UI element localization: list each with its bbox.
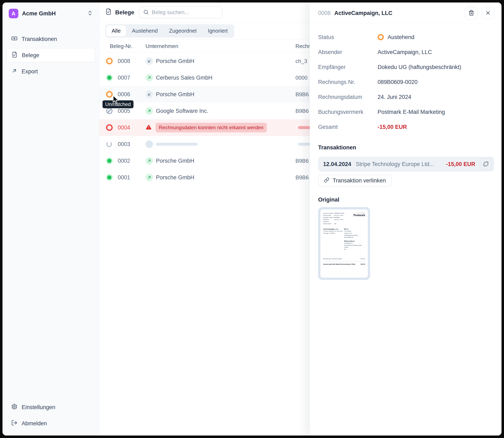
- trash-icon: [469, 10, 474, 16]
- field-label: Empfänger: [318, 64, 378, 70]
- invoice-meta: Invoice number:089B0609-0020 Invoice dat…: [323, 212, 344, 225]
- status-pending-icon: [378, 34, 384, 40]
- document-check-icon: [105, 8, 112, 16]
- status-error-icon[interactable]: [106, 124, 113, 131]
- sidebar: A Acme GmbH Transaktionen Belege: [2, 2, 99, 436]
- mouse-cursor: [111, 95, 120, 106]
- detail-panel-header: 0008 ActiveCampaign, LLC: [310, 2, 502, 24]
- link-icon: [324, 177, 329, 184]
- reference-value: B9B6: [295, 91, 309, 98]
- spinner-icon: [106, 141, 112, 147]
- field-status: Status Austehend: [318, 30, 494, 45]
- arrow-up-right-icon: [11, 68, 17, 76]
- error-message: Rechnungsdaten konnten nicht erkannt wer…: [156, 123, 267, 132]
- workspace-avatar: A: [9, 9, 18, 18]
- field-buchungsvermerk: Buchungsvermerk Postmark E-Mail Marketin…: [318, 105, 494, 120]
- invoice-line-item: Monthly plan (10,000 emails) $15.00: [323, 258, 365, 260]
- outgoing-arrow-icon: [146, 74, 153, 81]
- sidebar-item-transaktionen[interactable]: Transaktionen: [7, 32, 95, 46]
- postmark-logo: ActiveCampaign's Postmark: [353, 212, 365, 225]
- detail-doc-number: 0008: [318, 10, 331, 16]
- sidebar-item-abmelden[interactable]: Abmelden: [7, 416, 95, 430]
- transactions-heading: Transaktionen: [318, 144, 494, 151]
- status-ignored-icon[interactable]: [106, 108, 113, 114]
- workspace-name: Acme GmbH: [22, 11, 83, 17]
- field-label: Buchungsvermerk: [318, 109, 378, 115]
- field-label: Rechnungsdatum: [318, 94, 378, 100]
- field-gesamt: Gesamt -15,00 EUR: [318, 120, 494, 134]
- document-number: 0001: [118, 174, 130, 181]
- search-icon: [143, 9, 149, 16]
- status-text: Austehend: [388, 34, 414, 41]
- tab-alle[interactable]: Alle: [106, 25, 126, 37]
- status-matched-icon[interactable]: [106, 74, 113, 81]
- detail-panel-body: Status Austehend Absender ActiveCampaign…: [310, 24, 502, 280]
- transaction-name: Stripe Technology Europe Ltd...: [356, 161, 441, 167]
- logout-icon: [11, 420, 17, 427]
- link-transaction-button[interactable]: Transaktion verlinken: [318, 175, 392, 186]
- close-icon: [485, 10, 491, 16]
- company-name: Porsche GmbH: [156, 91, 194, 98]
- chevrons-up-down-icon: [87, 10, 93, 17]
- field-value: Dokedu UG (haftungsbeschränkt): [378, 64, 461, 70]
- sidebar-item-belege[interactable]: Belege: [7, 48, 95, 62]
- skeleton-circle: [146, 141, 153, 148]
- tab-austehend[interactable]: Austehend: [126, 25, 163, 37]
- field-label: Rechnungs Nr.: [318, 79, 378, 85]
- app-window: A Acme GmbH Transaktionen Belege: [2, 2, 502, 436]
- tab-ignoriert[interactable]: Ignoriert: [202, 25, 233, 37]
- gear-icon: [11, 404, 17, 411]
- detail-title: ActiveCampaign, LLC: [334, 10, 461, 16]
- invoice-preview: Invoice number:089B0609-0020 Invoice dat…: [320, 209, 368, 278]
- field-value: Austehend: [378, 34, 414, 41]
- invoice-total-line: Amount paid with MasterCard (ending in 9…: [323, 261, 365, 265]
- company-name: Porsche GmbH: [156, 158, 194, 164]
- delete-button[interactable]: [465, 7, 478, 20]
- document-number: 0003: [118, 141, 130, 148]
- field-label: Gesamt: [318, 124, 378, 130]
- field-value-amount: -15,00 EUR: [378, 124, 407, 130]
- reference-value: B9B6: [295, 174, 309, 181]
- close-button[interactable]: [482, 7, 494, 20]
- link-transaction-label: Transaktion verlinken: [333, 177, 386, 184]
- incoming-arrow-icon: [146, 57, 153, 65]
- sidebar-item-export[interactable]: Export: [7, 65, 95, 78]
- page-title-text: Belege: [115, 9, 134, 16]
- transaction-item[interactable]: 12.04.2024 Stripe Technology Europe Ltd.…: [318, 157, 494, 172]
- company-name: Cerberus Sales GmbH: [156, 75, 213, 81]
- column-header-company: Unternehmen: [146, 40, 179, 53]
- field-absender: Absender ActiveCampaign, LLC: [318, 45, 494, 60]
- company-name: Porsche GmbH: [156, 174, 194, 181]
- skeleton-bar: [156, 143, 198, 146]
- column-header-number: Beleg-Nr.: [110, 40, 132, 53]
- original-heading: Original: [318, 197, 494, 203]
- field-value: ActiveCampaign, LLC: [378, 49, 432, 55]
- status-pending-icon[interactable]: [106, 58, 113, 65]
- field-label: Status: [318, 34, 378, 41]
- field-value: 089B0609-0020: [378, 79, 417, 85]
- transaction-date: 12.04.2024: [323, 161, 351, 167]
- error-message-group: Rechnungsdaten konnten nicht erkannt wer…: [146, 123, 267, 132]
- original-document-thumbnail[interactable]: Invoice number:089B0609-0020 Invoice dat…: [318, 207, 370, 280]
- search-box[interactable]: [139, 6, 223, 19]
- sidebar-item-label: Export: [22, 68, 38, 75]
- banknote-icon: [11, 35, 17, 43]
- workspace-switcher[interactable]: A Acme GmbH: [7, 8, 95, 19]
- invoice-billto-block: Bill to: Tom Härter Dokedu UG (haftungsb…: [344, 228, 365, 251]
- document-check-icon: [11, 52, 18, 59]
- sidebar-item-label: Einstellungen: [22, 404, 55, 411]
- reference-value: B9B6: [295, 108, 309, 114]
- unlink-transaction-button[interactable]: [480, 158, 492, 170]
- reference-value: ch_3: [295, 58, 307, 65]
- sidebar-item-einstellungen[interactable]: Einstellungen: [7, 400, 95, 414]
- warning-triangle-icon: [146, 124, 152, 131]
- tab-zugeordnet[interactable]: Zugeordnet: [164, 25, 202, 37]
- status-matched-icon[interactable]: [106, 174, 113, 181]
- field-label: Absender: [318, 49, 378, 55]
- status-matched-icon[interactable]: [106, 157, 113, 164]
- sidebar-footer: Einstellungen Abmelden: [7, 400, 95, 430]
- reference-value: B9B6: [295, 158, 309, 164]
- document-number: 0008: [118, 58, 130, 65]
- filter-tabs: Alle Austehend Zugeordnet Ignoriert: [105, 24, 234, 38]
- search-input[interactable]: [152, 9, 218, 16]
